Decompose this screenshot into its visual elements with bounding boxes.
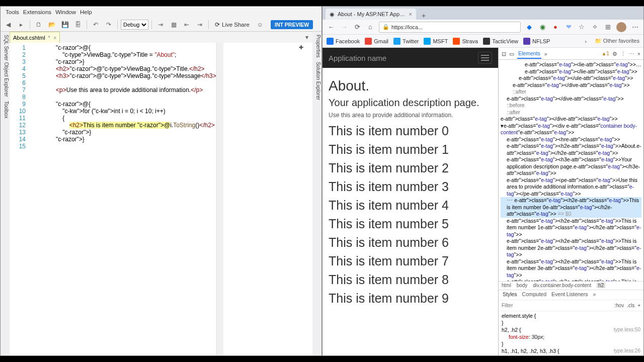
new-file-icon[interactable]: 🗋 xyxy=(33,19,44,30)
rule-src[interactable]: type.less:50 xyxy=(614,326,640,333)
tab-styles[interactable]: Styles xyxy=(503,291,517,299)
browser-tab[interactable]: ◉ About - My ASP.NET Application × xyxy=(326,9,416,20)
redo-icon[interactable]: ↷ xyxy=(103,19,114,30)
bookmark-item[interactable]: Strava xyxy=(453,38,478,45)
styles-overflow-icon[interactable]: » xyxy=(593,291,596,299)
more-icon[interactable]: ⋯ xyxy=(629,51,634,57)
nav-fwd-icon[interactable]: ▸ xyxy=(16,19,27,30)
bookmark-item[interactable]: MSFT xyxy=(424,38,448,45)
tab-overflow-icon[interactable]: » xyxy=(544,51,547,57)
dom-node[interactable]: e-attr">class="e-tag"><h2e-attr">class="… xyxy=(501,143,641,156)
dock-icon[interactable]: ⋮ xyxy=(620,51,626,57)
dom-node[interactable]: ::after xyxy=(501,88,641,96)
profile-avatar[interactable] xyxy=(616,22,626,32)
feedback-icon[interactable]: ☺ xyxy=(255,19,266,30)
dom-node[interactable]: e-attr">class="e-tag"></dive-attr">class… xyxy=(501,96,641,103)
side-tab-sql[interactable]: SQL Server Object Explorer Toolbox xyxy=(1,32,10,355)
settings-icon[interactable]: ⚙ xyxy=(612,51,617,57)
more-icon[interactable]: ⋯ xyxy=(630,23,639,32)
rule2-src[interactable]: type.less:26 xyxy=(614,347,640,354)
menu-help[interactable]: Help xyxy=(80,9,92,15)
tab-dropdown-icon[interactable]: ▾ xyxy=(301,32,312,43)
bookmark-item[interactable]: Twitter xyxy=(393,38,419,45)
close-tab-icon[interactable]: × xyxy=(409,11,412,17)
side-tab-right[interactable]: Properties Solution Explorer xyxy=(312,32,321,355)
dom-node[interactable]: e-attr">class="e-tag"><h2e-attr">class="… xyxy=(501,218,641,238)
dom-node[interactable]: e-attr">class="e-tag"><hre-attr">class="… xyxy=(501,136,641,143)
menu-window[interactable]: Window xyxy=(55,9,76,15)
bookmark-item[interactable]: NFLSP xyxy=(523,38,550,45)
ext4-icon[interactable]: ❤ xyxy=(564,23,573,32)
code-editor[interactable]: ✚ 123456789101112131415 "c-razor">@{ "c-… xyxy=(10,43,312,355)
favorites-bar-icon[interactable]: ✧ xyxy=(590,23,599,32)
dom-node[interactable]: ::before xyxy=(501,102,641,109)
menu-tools[interactable]: Tools xyxy=(6,9,19,15)
preview-button[interactable]: INT PREVIEW xyxy=(271,20,313,29)
address-bar[interactable]: 🔒 https://loca... xyxy=(379,22,521,33)
other-favorites[interactable]: 📁 Other favorites xyxy=(595,38,639,44)
outdent-icon[interactable]: ⇥ xyxy=(194,19,205,30)
bookmark-item[interactable]: Facebook xyxy=(327,38,360,45)
menu-extensions[interactable]: Extensions xyxy=(23,9,51,15)
dom-node[interactable]: e-attr">class="e-tag"><h2e-attr">class="… xyxy=(501,258,641,279)
refresh-icon[interactable]: ⟳ xyxy=(353,23,362,32)
ext2-icon[interactable]: ◉ xyxy=(538,23,547,32)
modified-icon: * xyxy=(48,35,50,41)
hamburger-icon[interactable] xyxy=(478,52,492,64)
live-share-icon: ⟳ xyxy=(215,21,220,28)
vs-menubar: Tools Extensions Window Help xyxy=(1,7,321,18)
elements-tree[interactable]: e-attr">class="e-tag"><lie-attr">class="… xyxy=(499,60,643,281)
bookmark-item[interactable]: Gmail xyxy=(365,38,388,45)
favorite-icon[interactable]: ☆ xyxy=(577,23,586,32)
editor-tab-about[interactable]: About.cshtml * × xyxy=(10,32,60,43)
open-file-icon[interactable]: 📂 xyxy=(46,19,57,30)
new-rule-icon[interactable]: + xyxy=(637,303,640,308)
bookmark-item[interactable]: TacticView xyxy=(483,38,518,45)
close-tab-icon[interactable]: × xyxy=(53,35,56,41)
forward-icon[interactable]: → xyxy=(340,23,349,32)
dom-node[interactable]: e-attr">class="e-tag"></dive-attr">class… xyxy=(501,116,641,123)
ext1-icon[interactable]: ◆ xyxy=(525,23,534,32)
item-heading: This is item number 7 xyxy=(329,254,492,268)
browse-icon[interactable]: ▦ xyxy=(168,19,179,30)
styles-filter-input[interactable] xyxy=(502,303,611,308)
device-icon[interactable]: ▭ xyxy=(509,51,514,57)
save-icon[interactable]: 💾 xyxy=(59,19,70,30)
brand-link[interactable]: Application name xyxy=(329,54,386,62)
dom-node[interactable]: e-attr">class="e-tag"></ule-attr">class=… xyxy=(501,75,641,82)
dom-node[interactable]: e-attr">class="e-tag"><pe-attr">class="e… xyxy=(501,177,641,198)
back-icon[interactable]: ← xyxy=(327,23,336,32)
tab-listeners[interactable]: Event Listeners xyxy=(551,291,588,299)
undo-icon[interactable]: ↶ xyxy=(90,19,101,30)
editor-scrollbar[interactable] xyxy=(216,43,223,355)
collections-icon[interactable]: ⊞ xyxy=(603,23,612,32)
indent-icon[interactable]: ⇤ xyxy=(181,19,192,30)
warn-badge[interactable]: ▲1 xyxy=(601,51,609,56)
config-dropdown[interactable]: Debug xyxy=(121,20,148,30)
nav-back-icon[interactable]: ◀ xyxy=(3,19,14,30)
hov-toggle[interactable]: :hov xyxy=(614,303,624,308)
styles-body[interactable]: element.style { } type.less:50h2, .h2 { … xyxy=(499,311,643,355)
dom-node[interactable]: ⋯ e-attr">class="e-tag"><h2e-attr">class… xyxy=(501,197,641,218)
cls-toggle[interactable]: .cls xyxy=(627,303,634,308)
close-devtools-icon[interactable]: × xyxy=(637,51,640,57)
new-tab-button[interactable]: + xyxy=(418,12,429,20)
dom-node[interactable]: ▾e-attr">class="e-tag"><div e-attr">clas… xyxy=(501,123,641,136)
dom-node[interactable]: e-attr">class="e-tag"><lie-attr">class="… xyxy=(501,61,641,75)
home-icon[interactable]: ⌂ xyxy=(366,23,375,32)
breadcrumb[interactable]: html body div.container.body-content h2 xyxy=(499,281,643,290)
inspect-icon[interactable]: ⊡ xyxy=(502,51,506,57)
bookmarks-overflow-icon[interactable]: › xyxy=(585,38,587,44)
dom-node[interactable]: ::after xyxy=(501,109,641,116)
live-share-button[interactable]: ⟳ Live Share xyxy=(212,21,253,28)
code-area[interactable]: "c-razor">@{ "c-type">ViewBag."c-type">T… xyxy=(31,43,216,355)
tab-computed[interactable]: Computed xyxy=(522,291,546,299)
step-icon[interactable]: ⇥ xyxy=(155,19,166,30)
save-all-icon[interactable]: 🗄 xyxy=(72,19,84,30)
dom-node[interactable]: e-attr">class="e-tag"></dive-attr">class… xyxy=(501,82,641,89)
maximize-icon[interactable]: ✚ xyxy=(299,44,303,51)
ext3-icon[interactable]: ● xyxy=(551,23,560,32)
tab-elements[interactable]: Elements xyxy=(517,49,541,59)
dom-node[interactable]: e-attr">class="e-tag"><h3e-attr">class="… xyxy=(501,156,641,177)
dom-node[interactable]: e-attr">class="e-tag"><h2e-attr">class="… xyxy=(501,238,641,258)
